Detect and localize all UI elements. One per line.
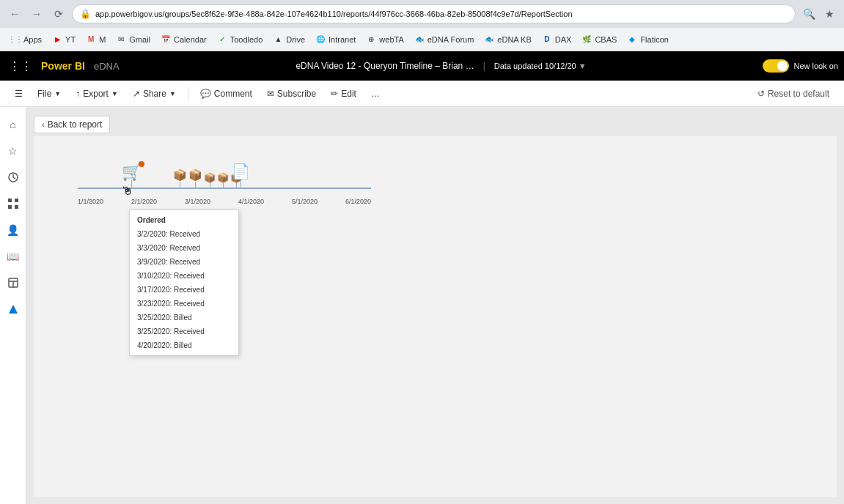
m-icon: M: [86, 34, 96, 45]
sidebar-shared-button[interactable]: 👤: [1, 218, 25, 242]
forward-button[interactable]: →: [28, 5, 45, 23]
left-sidebar: ⌂ ☆ 👤 📖: [0, 107, 26, 504]
share-chevron-icon: ▼: [169, 90, 176, 97]
date-label-1: 1/1/2020: [78, 198, 103, 205]
workspace-link[interactable]: eDNA: [94, 61, 120, 72]
date-label-2: 2/1/2020: [131, 198, 157, 205]
drive-icon: ▲: [273, 34, 283, 45]
bookmark-webbta[interactable]: ⊕ webTA: [362, 32, 408, 47]
header-center: eDNA Video 12 - Queryon Timeline – Brian…: [125, 61, 757, 71]
svg-rect-2: [15, 199, 18, 202]
export-icon: ↑: [76, 89, 80, 99]
popup-row-ordered: Ordered: [137, 213, 231, 227]
bookmark-m[interactable]: M M: [81, 32, 110, 47]
bookmark-intranet[interactable]: 🌐 Intranet: [311, 32, 360, 47]
box-icon-1: 📦: [173, 168, 187, 182]
cart-icon: 🛒: [122, 164, 142, 180]
webbta-icon: ⊕: [366, 34, 376, 45]
new-look-toggle[interactable]: [763, 59, 789, 73]
calendar-icon: 📅: [161, 34, 171, 45]
toodledo-icon: ✓: [217, 34, 227, 45]
more-label: …: [371, 89, 380, 99]
comment-button[interactable]: 💬 Comment: [194, 86, 258, 102]
address-bar[interactable]: 🔒 app.powerbigov.us/groups/5ec8f62e-9f3e…: [72, 4, 796, 23]
yt-icon: ▶: [52, 34, 62, 45]
popup-row-9: 4/20/2020: Billed: [137, 338, 231, 352]
date-label-3: 3/1/2020: [185, 198, 210, 205]
cbas-icon: 🌿: [581, 34, 592, 45]
gmail-icon: ✉: [116, 34, 126, 45]
bookmark-apps[interactable]: ⋮⋮ Apps: [6, 32, 46, 47]
edit-label: Edit: [341, 89, 356, 99]
timeline-icon-box1: 📦: [173, 168, 187, 188]
box-icon-4: 📦: [217, 172, 229, 183]
bookmark-calendar[interactable]: 📅 Calendar: [156, 32, 211, 47]
export-button[interactable]: ↑ Export ▼: [70, 86, 124, 102]
toolbar-separator-1: [188, 86, 188, 101]
pbi-header: ⋮⋮ Power BI eDNA eDNA Video 12 - Queryon…: [0, 51, 844, 81]
timeline-icon-doc: 📄: [232, 163, 250, 188]
sidebar-learn-button[interactable]: 📖: [1, 245, 25, 268]
bookmark-drive[interactable]: ▲ Drive: [268, 32, 309, 47]
edna-kb-icon: 🐟: [484, 34, 494, 45]
sidebar-deployment-button[interactable]: [1, 297, 25, 321]
file-button[interactable]: File ▼: [32, 86, 67, 102]
date-label-4: 4/1/2020: [238, 198, 264, 205]
cursor-pointer: 🖱: [121, 184, 135, 199]
subscribe-icon: ✉: [267, 89, 274, 99]
bookmark-yt[interactable]: ▶ YT: [48, 32, 80, 47]
back-button[interactable]: ←: [6, 5, 23, 23]
new-look-toggle-area: New look on: [763, 59, 838, 73]
timeline-icon-box2: 📦: [188, 168, 202, 188]
search-button[interactable]: 🔍: [800, 5, 818, 23]
edna-forum-icon: 🐟: [414, 34, 425, 45]
popup-row-3: 3/9/2020: Received: [137, 255, 231, 269]
browser-chrome: ← → ⟳ 🔒 app.powerbigov.us/groups/5ec8f62…: [0, 0, 844, 28]
sidebar-favorites-button[interactable]: ☆: [1, 139, 25, 163]
sidebar-recent-button[interactable]: [1, 166, 25, 189]
sidebar-home-button[interactable]: ⌂: [1, 113, 25, 136]
timeline-icon-box3: 📦: [204, 172, 216, 188]
popup-row-4: 3/10/2020: Received: [137, 269, 231, 283]
sidebar-workspaces-button[interactable]: [1, 271, 25, 294]
back-chevron-icon: ‹: [42, 120, 45, 129]
address-text: app.powerbigov.us/groups/5ec8f62e-9f3e-4…: [95, 10, 788, 18]
bookmark-edna-forum[interactable]: 🐟 eDNA Forum: [410, 32, 479, 47]
box-icon-3: 📦: [204, 172, 216, 183]
report-title: eDNA Video 12 - Queryon Timeline – Brian…: [296, 61, 474, 71]
edit-button[interactable]: ✏ Edit: [325, 86, 362, 102]
svg-rect-3: [8, 205, 12, 209]
date-label-6: 6/1/2020: [345, 198, 371, 205]
timeline-visual: 🛒 📦 📦: [34, 136, 837, 497]
svg-rect-4: [15, 205, 18, 209]
subscribe-label: Subscribe: [277, 89, 316, 99]
share-button[interactable]: ↗ Share ▼: [127, 86, 182, 102]
share-icon: ↗: [133, 89, 140, 99]
bookmark-cbas[interactable]: 🌿 CBAS: [577, 32, 621, 47]
hamburger-menu-button[interactable]: ☰: [9, 86, 29, 102]
bookmark-toodledo[interactable]: ✓ Toodledo: [213, 32, 268, 47]
bookmark-dax[interactable]: D DAX: [537, 32, 576, 47]
subscribe-button[interactable]: ✉ Subscribe: [261, 86, 322, 102]
back-to-report-button[interactable]: ‹ Back to report: [34, 116, 110, 133]
bookmark-gmail[interactable]: ✉ Gmail: [111, 32, 155, 47]
apps-icon: ⋮⋮: [10, 34, 21, 45]
reset-to-default-button[interactable]: ↺ Reset to default: [752, 86, 835, 102]
lock-icon: 🔒: [80, 9, 91, 19]
new-look-label: New look on: [793, 62, 838, 70]
file-chevron-icon: ▼: [54, 90, 61, 97]
export-chevron-icon: ▼: [111, 90, 118, 97]
reset-icon: ↺: [757, 89, 765, 99]
bookmark-flaticon[interactable]: ◆ Flaticon: [623, 32, 673, 47]
more-options-button[interactable]: …: [365, 86, 386, 102]
waffle-menu-button[interactable]: ⋮⋮: [6, 56, 35, 76]
data-updated: Data updated 10/12/20 ▼: [494, 62, 587, 70]
timeline-icon-box4: 📦: [217, 172, 229, 188]
bookmark-edna-kb[interactable]: 🐟 eDNA KB: [480, 32, 535, 47]
sidebar-apps-button[interactable]: [1, 192, 25, 215]
bookmark-star-button[interactable]: ★: [821, 5, 838, 23]
file-label: File: [37, 89, 51, 99]
dax-icon: D: [542, 34, 552, 45]
toolbar-right: ↺ Reset to default: [752, 86, 835, 102]
refresh-button[interactable]: ⟳: [50, 5, 67, 23]
